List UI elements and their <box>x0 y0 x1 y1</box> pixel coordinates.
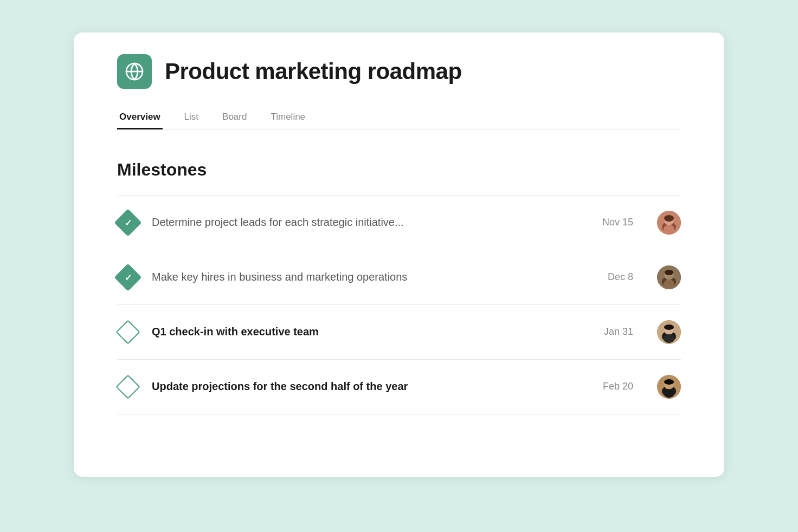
list-item[interactable]: Determine project leads for each strateg… <box>117 196 681 250</box>
svg-point-16 <box>664 334 674 343</box>
milestone-date: Feb 20 <box>603 381 633 392</box>
avatar <box>657 320 681 344</box>
tab-timeline[interactable]: Timeline <box>268 106 307 129</box>
avatar <box>657 375 681 399</box>
milestone-date: Nov 15 <box>602 217 633 228</box>
globe-icon <box>125 62 144 81</box>
avatar <box>657 265 681 289</box>
milestone-status-icon <box>117 267 139 288</box>
content-area: Milestones Determine project leads for e… <box>74 129 724 414</box>
tab-board[interactable]: Board <box>220 106 249 129</box>
avatar-image <box>657 375 681 399</box>
avatar-image <box>657 320 681 344</box>
project-icon <box>117 54 152 89</box>
milestone-text: Make key hires in business and marketing… <box>152 271 595 283</box>
tab-nav: Overview List Board Timeline <box>117 106 681 129</box>
tab-list[interactable]: List <box>182 106 201 129</box>
main-card: Product marketing roadmap Overview List … <box>74 33 724 477</box>
list-item[interactable]: Q1 check-in with executive team Jan 31 <box>117 305 681 360</box>
svg-point-5 <box>664 215 674 222</box>
milestone-text: Determine project leads for each strateg… <box>152 216 589 229</box>
milestone-status-icon <box>117 376 139 398</box>
svg-point-21 <box>664 389 674 398</box>
milestone-text: Q1 check-in with executive team <box>152 326 591 338</box>
svg-point-10 <box>665 270 673 275</box>
title-row: Product marketing roadmap <box>117 54 681 89</box>
svg-point-6 <box>664 225 674 233</box>
svg-point-15 <box>664 325 674 330</box>
page-title: Product marketing roadmap <box>165 59 462 85</box>
header: Product marketing roadmap Overview List … <box>74 33 724 129</box>
milestone-date: Jan 31 <box>604 326 633 338</box>
svg-point-11 <box>664 280 674 288</box>
milestone-date: Dec 8 <box>608 271 633 283</box>
list-item[interactable]: Make key hires in business and marketing… <box>117 250 681 305</box>
svg-point-20 <box>664 379 674 385</box>
milestones-list: Determine project leads for each strateg… <box>117 195 681 414</box>
milestones-heading: Milestones <box>117 160 681 180</box>
milestone-text: Update projections for the second half o… <box>152 380 590 393</box>
avatar <box>657 211 681 235</box>
tab-overview[interactable]: Overview <box>117 106 163 129</box>
milestone-status-icon <box>117 212 139 233</box>
list-item[interactable]: Update projections for the second half o… <box>117 360 681 414</box>
avatar-image <box>657 265 681 289</box>
milestone-status-icon <box>117 321 139 343</box>
avatar-image <box>657 211 681 235</box>
